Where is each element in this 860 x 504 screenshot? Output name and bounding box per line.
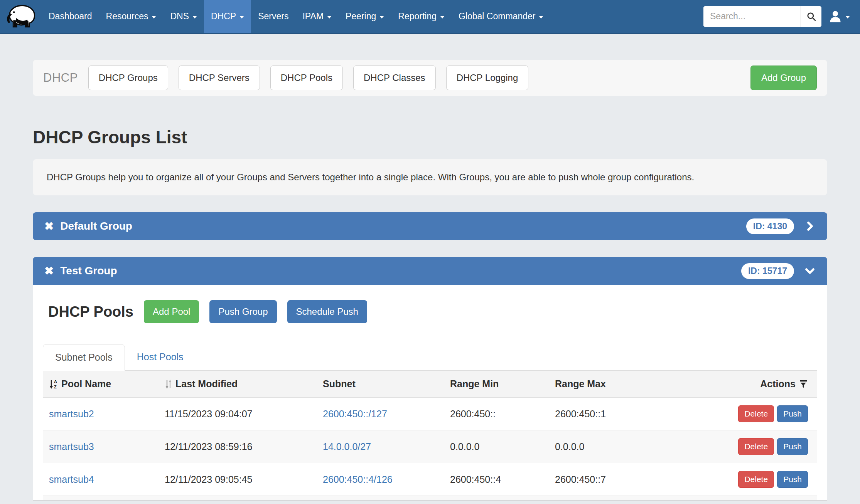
last-modified-cell: 12/11/2023 08:59:16	[159, 430, 317, 463]
chevron-right-icon[interactable]	[804, 220, 816, 232]
table-header-row: A Z Pool Name	[43, 371, 817, 398]
page-title: DHCP Groups List	[33, 127, 827, 148]
add-pool-button[interactable]: Add Pool	[144, 300, 199, 323]
pools-title: DHCP Pools	[48, 304, 133, 320]
search-button[interactable]	[801, 6, 821, 27]
col-header-actions: Actions	[760, 378, 796, 390]
pools-table: A Z Pool Name	[43, 371, 817, 501]
search-input[interactable]	[703, 6, 801, 27]
col-header-subnet[interactable]: Subnet	[323, 378, 356, 390]
group-id-badge: ID: 15717	[741, 263, 794, 279]
last-modified-cell: 11/15/2023 09:33:29	[159, 496, 317, 501]
delete-button[interactable]: Delete	[738, 438, 774, 455]
nav-item-servers[interactable]: Servers	[251, 0, 295, 33]
sort-updown-icon[interactable]	[165, 379, 172, 389]
tab-host-pools[interactable]: Host Pools	[125, 344, 196, 370]
nav-item-peering[interactable]: Peering	[339, 0, 391, 33]
push-button[interactable]: Push	[777, 471, 808, 488]
push-button[interactable]: Push	[777, 405, 808, 422]
toolbar-dhcp-classes-button[interactable]: DHCP Classes	[353, 66, 436, 90]
last-modified-cell: 11/15/2023 09:04:07	[159, 398, 317, 430]
range-min-cell: 2600:450::4	[444, 463, 549, 496]
push-button[interactable]: Push	[777, 438, 808, 455]
range-max-cell: 2600:450::1	[549, 398, 725, 430]
filter-icon[interactable]	[799, 379, 808, 389]
group-header-test[interactable]: ✖ Test Group ID: 15717	[33, 257, 827, 285]
nav-item-dns[interactable]: DNS	[163, 0, 204, 33]
navbar-right	[703, 0, 860, 33]
group-name: Default Group	[60, 220, 132, 232]
col-header-pool-name[interactable]: Pool Name	[61, 378, 111, 390]
subnet-link[interactable]: 14.0.0.0/27	[323, 441, 371, 452]
range-max-cell: 0.0.0.0	[549, 430, 725, 463]
pool-tabs: Subnet Pools Host Pools	[43, 344, 817, 371]
pools-panel: DHCP Pools Add Pool Push Group Schedule …	[33, 285, 827, 501]
nav-item-dashboard[interactable]: Dashboard	[42, 0, 99, 33]
nav-item-dhcp[interactable]: DHCP	[204, 0, 251, 33]
group-default: ✖ Default Group ID: 4130	[33, 212, 827, 240]
chevron-down-icon	[152, 16, 156, 18]
delete-group-icon[interactable]: ✖	[44, 265, 54, 277]
last-modified-cell: 12/11/2023 09:05:45	[159, 463, 317, 496]
chevron-down-icon	[192, 16, 197, 18]
range-min-cell: 0.0.0.0	[444, 430, 549, 463]
mammoth-icon	[5, 4, 36, 29]
user-menu[interactable]	[829, 10, 850, 23]
pools-head: DHCP Pools Add Pool Push Group Schedule …	[43, 300, 817, 323]
range-min-cell: 172.16.3.0	[444, 496, 549, 501]
group-id-badge: ID: 4130	[746, 218, 794, 234]
toolbar-dhcp-pools-button[interactable]: DHCP Pools	[270, 66, 343, 90]
svg-text:A: A	[54, 379, 57, 384]
table-row: smartsub4 12/11/2023 09:05:45 2600:450::…	[43, 463, 817, 496]
group-name: Test Group	[60, 265, 117, 277]
page-description: DHCP Groups help you to organize all of …	[33, 159, 827, 195]
delete-button[interactable]: Delete	[738, 471, 774, 488]
tab-subnet-pools[interactable]: Subnet Pools	[43, 344, 125, 371]
section-label: DHCP	[43, 71, 78, 85]
nav-item-ipam[interactable]: IPAM	[295, 0, 339, 33]
nav-item-resources[interactable]: Resources	[99, 0, 164, 33]
dhcp-toolbar: DHCP DHCP Groups DHCP Servers DHCP Pools…	[33, 60, 827, 96]
subnet-link[interactable]: 2600:450::/127	[323, 408, 387, 419]
nav-menu: Dashboard Resources DNS DHCP Servers IPA…	[42, 0, 550, 33]
chevron-down-icon[interactable]	[804, 265, 816, 277]
navbar: Dashboard Resources DNS DHCP Servers IPA…	[0, 0, 860, 34]
group-header-default[interactable]: ✖ Default Group ID: 4130	[33, 212, 827, 240]
table-row: smartsub5 11/15/2023 09:33:29 172.16.3.0…	[43, 496, 817, 501]
pool-name-link[interactable]: smartsub4	[49, 474, 94, 485]
group-test: ✖ Test Group ID: 15717 DHCP Pools Add Po…	[33, 257, 827, 501]
svg-text:Z: Z	[54, 385, 57, 389]
toolbar-buttons: DHCP Groups DHCP Servers DHCP Pools DHCP…	[78, 66, 528, 90]
search-group	[703, 6, 821, 27]
subnet-link[interactable]: 2600:450::4/126	[323, 474, 393, 485]
pool-name-link[interactable]: smartsub3	[49, 441, 94, 452]
toolbar-dhcp-groups-button[interactable]: DHCP Groups	[88, 66, 168, 90]
pool-name-link[interactable]: smartsub2	[49, 408, 94, 419]
toolbar-dhcp-servers-button[interactable]: DHCP Servers	[179, 66, 260, 90]
toolbar-dhcp-logging-button[interactable]: DHCP Logging	[446, 66, 529, 90]
schedule-push-button[interactable]: Schedule Push	[287, 300, 367, 323]
search-icon	[806, 12, 816, 22]
chevron-down-icon	[379, 16, 384, 18]
mammoth-logo[interactable]	[0, 0, 42, 33]
col-header-range-max[interactable]: Range Max	[555, 378, 606, 390]
table-row: smartsub2 11/15/2023 09:04:07 2600:450::…	[43, 398, 817, 430]
sort-alpha-down-icon[interactable]: A Z	[49, 379, 58, 389]
add-group-button[interactable]: Add Group	[750, 66, 817, 90]
chevron-down-icon	[845, 16, 850, 18]
range-max-cell: 172.16.3.255	[549, 496, 725, 501]
delete-button[interactable]: Delete	[738, 405, 774, 422]
chevron-down-icon	[539, 16, 543, 18]
chevron-down-icon	[440, 16, 445, 18]
nav-item-global-commander[interactable]: Global Commander	[452, 0, 550, 33]
table-row: smartsub3 12/11/2023 08:59:16 14.0.0.0/2…	[43, 430, 817, 463]
push-group-button[interactable]: Push Group	[209, 300, 277, 323]
user-icon	[829, 10, 841, 23]
col-header-last-modified[interactable]: Last Modified	[175, 378, 238, 390]
range-min-cell: 2600:450::	[444, 398, 549, 430]
chevron-down-icon	[239, 16, 244, 18]
col-header-range-min[interactable]: Range Min	[450, 378, 499, 390]
nav-item-reporting[interactable]: Reporting	[391, 0, 452, 33]
delete-group-icon[interactable]: ✖	[44, 221, 54, 232]
range-max-cell: 2600:450::7	[549, 463, 725, 496]
